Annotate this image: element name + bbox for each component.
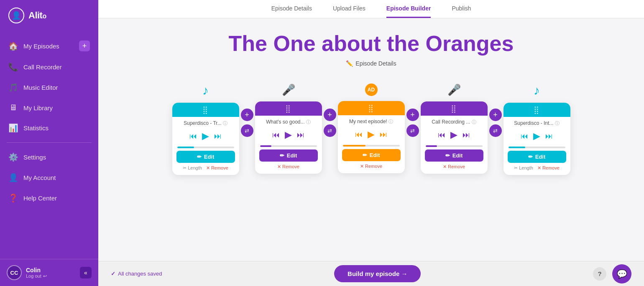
between-buttons-4: + ⇄ <box>489 109 502 137</box>
shuffle-button-4[interactable]: ⇄ <box>489 124 502 137</box>
collapse-button[interactable]: « <box>80 267 92 278</box>
card-group-card-3: AD ⣿ My next episode! ⓘ ⏮ ▶ ⏭ ✏ Edit <box>338 84 405 173</box>
sidebar-item-my-account[interactable]: 👤 My Account <box>0 167 98 188</box>
sidebar-item-settings[interactable]: ⚙️ Settings <box>0 147 98 167</box>
card-2-edit-button[interactable]: ✏ Edit <box>259 149 318 162</box>
chat-button[interactable]: 💬 <box>612 264 631 283</box>
forward-button[interactable]: ⏭ <box>544 131 554 142</box>
shuffle-button-1[interactable]: ⇄ <box>241 124 253 137</box>
rewind-button[interactable]: ⏮ <box>520 131 529 142</box>
forward-button[interactable]: ⏭ <box>213 131 222 142</box>
progress-bar <box>426 145 437 147</box>
card-1-header: ⣿ <box>172 103 239 117</box>
rewind-button[interactable]: ⏮ <box>437 130 446 140</box>
card-2-header: ⣿ <box>255 101 322 116</box>
sidebar-item-my-library[interactable]: 🖥 My Library <box>0 98 98 118</box>
length-link[interactable]: ✂ Length <box>514 165 533 171</box>
microphone-icon: 🎤 <box>282 84 295 96</box>
sidebar-item-music-editor[interactable]: 🎵 Music Editor <box>0 77 98 98</box>
play-button[interactable]: ▶ <box>532 130 541 142</box>
info-icon[interactable]: ⓘ <box>223 121 227 126</box>
card-1-actions: ✂ Length ✕ Remove <box>172 165 239 171</box>
rewind-button[interactable]: ⏮ <box>271 130 281 140</box>
card-group-card-4: 🎤 ⣿ Call Recording ... ⓘ ⏮ ▶ ⏭ ✏ Edit <box>421 84 488 174</box>
episode-details-link[interactable]: ✏️ Episode Details <box>346 60 396 67</box>
add-between-button-1[interactable]: + <box>241 109 253 121</box>
tab-episode-builder[interactable]: Episode Builder <box>386 5 431 18</box>
tab-upload-files[interactable]: Upload Files <box>333 5 365 18</box>
settings-icon: ⚙️ <box>8 152 18 162</box>
drag-handle[interactable]: ⣿ <box>202 105 209 114</box>
checkmark-icon: ✓ <box>111 271 115 277</box>
forward-button[interactable]: ⏭ <box>379 129 388 140</box>
help-center-label: Help Center <box>23 195 57 202</box>
add-between-button-4[interactable]: + <box>489 109 502 121</box>
add-between-button-2[interactable]: + <box>324 109 336 121</box>
drag-handle[interactable]: ⣿ <box>534 105 540 114</box>
help-button[interactable]: ? <box>593 267 606 281</box>
info-icon[interactable]: ⓘ <box>555 121 560 126</box>
shuffle-button-2[interactable]: ⇄ <box>324 124 336 137</box>
card-3-actions: ✕ Remove <box>338 163 405 169</box>
play-button[interactable]: ▶ <box>284 129 293 141</box>
edit-pencil-icon: ✏️ <box>346 60 353 67</box>
tab-publish[interactable]: Publish <box>452 5 471 18</box>
card-5-edit-button[interactable]: ✏ Edit <box>508 151 566 163</box>
pencil-icon: ✏ <box>445 152 450 159</box>
shuffle-button-3[interactable]: ⇄ <box>406 124 419 137</box>
sidebar: 👤 Alito 🏠 My Episodes + 📞 Call Recorder … <box>0 0 98 286</box>
play-button[interactable]: ▶ <box>367 128 376 141</box>
info-icon[interactable]: ⓘ <box>388 119 393 124</box>
sidebar-item-help-center[interactable]: ❓ Help Center <box>0 188 98 208</box>
between-buttons-1: + ⇄ <box>241 109 253 137</box>
progress-bar <box>509 147 526 148</box>
sidebar-nav: 🏠 My Episodes + 📞 Call Recorder 🎵 Music … <box>0 31 98 259</box>
card-4-edit-button[interactable]: ✏ Edit <box>425 149 483 162</box>
remove-link[interactable]: ✕ Remove <box>360 164 382 169</box>
remove-link[interactable]: ✕ Remove <box>443 164 465 170</box>
info-icon[interactable]: ⓘ <box>306 119 311 124</box>
remove-link[interactable]: ✕ Remove <box>537 165 560 171</box>
my-episodes-label: My Episodes <box>23 43 59 50</box>
my-episodes-add-button[interactable]: + <box>79 40 90 51</box>
card-4-actions: ✕ Remove <box>421 163 488 170</box>
drag-handle[interactable]: ⣿ <box>285 104 291 113</box>
card-4-controls: ⏮ ▶ ⏭ <box>421 127 488 143</box>
logo[interactable]: 👤 Alito <box>0 0 98 31</box>
sidebar-item-statistics[interactable]: 📊 Statistics <box>0 118 98 138</box>
card-2-controls: ⏮ ▶ ⏭ <box>255 127 322 143</box>
statistics-label: Statistics <box>23 124 49 132</box>
forward-button[interactable]: ⏭ <box>296 130 305 140</box>
add-between-button-3[interactable]: + <box>406 109 419 121</box>
rewind-button[interactable]: ⏮ <box>354 129 363 140</box>
cards-row: ♪ ⣿ Superdisco - Tr... ⓘ ⏮ ▶ ⏭ ✏ Edit ✂ … <box>172 84 570 175</box>
main-content: Episode DetailsUpload FilesEpisode Build… <box>98 0 644 286</box>
remove-link[interactable]: ✕ Remove <box>206 165 228 171</box>
card-3-controls: ⏮ ▶ ⏭ <box>338 127 405 142</box>
play-button[interactable]: ▶ <box>201 130 210 142</box>
card-5-controls: ⏮ ▶ ⏭ <box>503 128 570 144</box>
rewind-button[interactable]: ⏮ <box>189 131 198 142</box>
info-icon[interactable]: ⓘ <box>472 119 476 124</box>
sidebar-item-call-recorder[interactable]: 📞 Call Recorder <box>0 57 98 77</box>
pencil-icon: ✏ <box>197 154 202 160</box>
my-episodes-icon: 🏠 <box>8 41 18 51</box>
length-link[interactable]: ✂ Length <box>183 165 202 171</box>
card-2: ⣿ What's so good... ⓘ ⏮ ▶ ⏭ ✏ Edit ✕ Rem… <box>255 101 322 174</box>
card-3-edit-button[interactable]: ✏ Edit <box>342 149 401 161</box>
build-episode-button[interactable]: Build my episode → <box>334 265 421 282</box>
card-1-edit-button[interactable]: ✏ Edit <box>176 151 235 163</box>
card-3-progress <box>343 145 400 147</box>
drag-handle[interactable]: ⣿ <box>368 104 374 113</box>
music-note-icon: ♪ <box>202 84 209 98</box>
saved-text: All changes saved <box>118 271 162 277</box>
tab-episode-details[interactable]: Episode Details <box>271 5 312 18</box>
logout-link[interactable]: Log out ↩ <box>26 273 76 279</box>
between-buttons-3: + ⇄ <box>406 109 419 137</box>
card-5: ⣿ Superdisco - Int... ⓘ ⏮ ▶ ⏭ ✏ Edit ✂ L… <box>503 103 570 175</box>
sidebar-item-my-episodes[interactable]: 🏠 My Episodes + <box>0 35 98 57</box>
forward-button[interactable]: ⏭ <box>462 130 471 140</box>
play-button[interactable]: ▶ <box>450 129 458 141</box>
drag-handle[interactable]: ⣿ <box>451 104 457 113</box>
remove-link[interactable]: ✕ Remove <box>277 164 299 170</box>
